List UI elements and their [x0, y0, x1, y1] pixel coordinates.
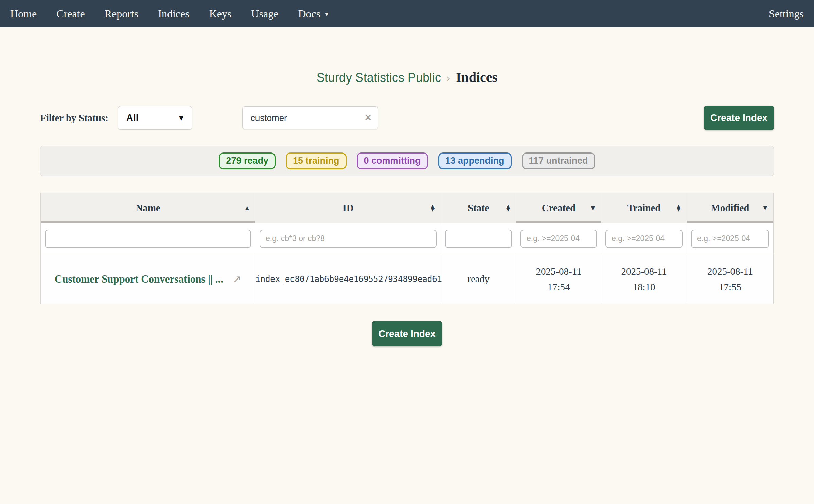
- sort-descending-icon: [591, 205, 595, 211]
- breadcrumb-separator-icon: ›: [446, 71, 450, 86]
- bottom-cta-container: Create Index: [0, 321, 814, 346]
- status-summary-bar: 279 ready 15 training 0 committing 13 ap…: [40, 146, 774, 176]
- sort-descending-icon: [763, 205, 767, 211]
- column-header-modified[interactable]: Modified: [687, 193, 773, 223]
- index-name-link[interactable]: Customer Support Conversations || ...: [55, 273, 223, 285]
- column-header-state[interactable]: State: [441, 193, 516, 223]
- trained-date: 2025-08-11: [601, 264, 687, 279]
- column-header-created-label: Created: [542, 202, 576, 213]
- sort-ascending-icon: [245, 205, 249, 211]
- nav-item-home[interactable]: Home: [10, 7, 37, 20]
- row-name-cell: Customer Support Conversations || ... ↗: [41, 254, 255, 304]
- chevron-down-icon: ▼: [179, 115, 183, 121]
- modified-time: 17:55: [687, 279, 773, 295]
- modified-filter-input[interactable]: [691, 230, 769, 248]
- row-modified-cell: 2025-08-11 17:55: [687, 254, 773, 304]
- status-badge-training[interactable]: 15 training: [286, 152, 347, 169]
- search-input[interactable]: [242, 106, 378, 129]
- column-header-name[interactable]: Name: [41, 193, 255, 223]
- sort-both-icon: [677, 205, 680, 211]
- column-header-modified-label: Modified: [711, 202, 749, 213]
- status-filter-value: All: [126, 112, 139, 123]
- nav-item-reports[interactable]: Reports: [105, 7, 139, 20]
- create-index-button-top[interactable]: Create Index: [704, 106, 774, 130]
- column-header-trained[interactable]: Trained: [601, 193, 687, 223]
- status-badge-untrained[interactable]: 117 untrained: [522, 152, 595, 169]
- table-filter-row: [41, 223, 773, 254]
- trained-filter-input[interactable]: [605, 230, 683, 248]
- nav-item-usage[interactable]: Usage: [251, 7, 278, 20]
- nav-item-docs[interactable]: Docs ▾: [298, 7, 328, 20]
- nav-item-docs-label: Docs: [298, 7, 320, 20]
- indices-table: Name ID State Created Trained: [40, 193, 774, 304]
- table-header-row: Name ID State Created Trained: [41, 193, 773, 223]
- chevron-down-icon: ▾: [325, 10, 328, 17]
- row-trained-cell: 2025-08-11 18:10: [601, 254, 687, 304]
- status-badge-appending[interactable]: 13 appending: [438, 152, 512, 169]
- trained-time: 18:10: [601, 279, 687, 295]
- nav-item-create[interactable]: Create: [56, 7, 85, 20]
- created-filter-input[interactable]: [520, 230, 597, 248]
- created-date: 2025-08-11: [516, 264, 601, 279]
- nav-item-indices[interactable]: Indices: [158, 7, 189, 20]
- sort-both-icon: [506, 205, 510, 211]
- status-badge-ready[interactable]: 279 ready: [219, 152, 276, 169]
- modified-date: 2025-08-11: [687, 264, 773, 279]
- filter-by-status-label: Filter by Status:: [40, 112, 108, 124]
- top-nav-bar: Home Create Reports Indices Keys Usage D…: [0, 0, 814, 27]
- clear-search-button[interactable]: ✕: [364, 113, 372, 123]
- id-filter-input[interactable]: [260, 230, 437, 248]
- page-title: Indices: [456, 70, 497, 85]
- name-filter-input[interactable]: [45, 230, 251, 248]
- row-created-cell: 2025-08-11 17:54: [516, 254, 601, 304]
- created-time: 17:54: [516, 279, 601, 295]
- row-id-cell: index_ec8071ab6b9e4e1695527934899ead61: [255, 254, 441, 304]
- state-filter-input[interactable]: [445, 230, 512, 248]
- search-wrap: ✕: [242, 106, 378, 129]
- sort-both-icon: [431, 205, 435, 211]
- column-header-id[interactable]: ID: [255, 193, 441, 223]
- external-link-icon[interactable]: ↗: [233, 273, 241, 285]
- column-header-created[interactable]: Created: [516, 193, 601, 223]
- column-header-id-label: ID: [342, 202, 353, 213]
- column-header-name-label: Name: [136, 202, 160, 213]
- table-row: Customer Support Conversations || ... ↗ …: [41, 254, 773, 304]
- create-index-button-bottom[interactable]: Create Index: [372, 321, 442, 346]
- status-filter-select[interactable]: All ▼: [118, 106, 192, 130]
- breadcrumb-parent-link[interactable]: Sturdy Statistics Public: [317, 70, 441, 85]
- status-badge-committing[interactable]: 0 committing: [357, 152, 428, 169]
- nav-item-keys[interactable]: Keys: [209, 7, 232, 20]
- row-state-cell: ready: [441, 254, 516, 304]
- column-header-state-label: State: [468, 202, 489, 213]
- filter-bar: Filter by Status: All ▼ ✕ Create Index: [40, 106, 774, 130]
- column-header-trained-label: Trained: [627, 202, 661, 213]
- breadcrumb: Sturdy Statistics Public › Indices: [0, 70, 814, 86]
- nav-item-settings[interactable]: Settings: [769, 7, 804, 20]
